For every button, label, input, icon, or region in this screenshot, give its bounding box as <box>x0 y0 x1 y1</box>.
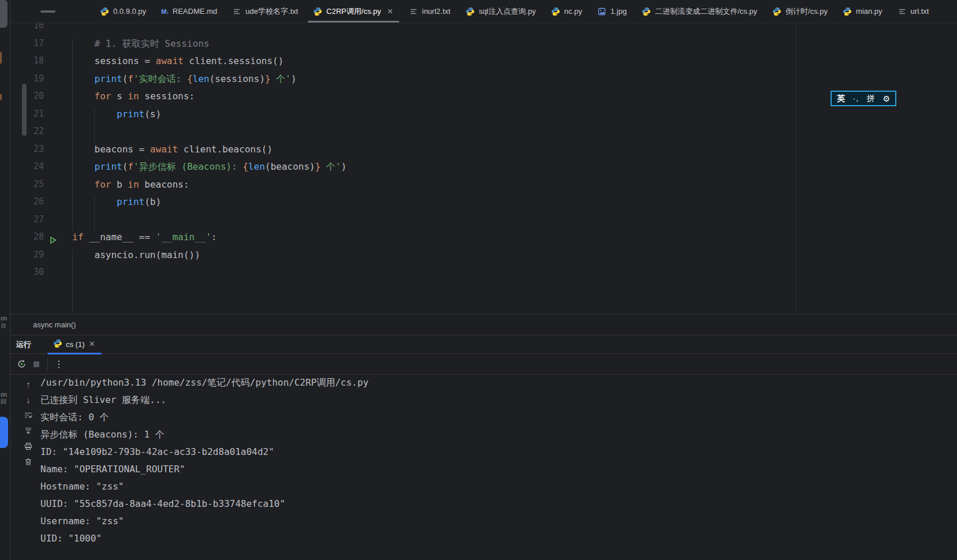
text-icon <box>898 7 907 16</box>
scroll-to-end-button[interactable] <box>22 425 35 436</box>
line-number: 30 <box>10 267 44 285</box>
print-button[interactable] <box>22 441 35 451</box>
editor-line-21[interactable]: 21 print(s) <box>10 109 957 126</box>
line-number: 18 <box>10 55 44 73</box>
toolbar-divider <box>47 359 48 370</box>
editor-tab-7[interactable]: 1.jpg <box>590 0 634 23</box>
breadcrumb-bar: async main() <box>10 314 957 335</box>
python-icon <box>466 7 475 16</box>
stop-button[interactable] <box>29 357 44 372</box>
code-text: print(b) <box>72 196 161 214</box>
editor-line-23[interactable]: 23 beacons = await client.beacons() <box>10 144 957 162</box>
editor-line-30[interactable]: 30 <box>10 267 957 285</box>
editor-tab-10[interactable]: mian.py <box>835 0 890 23</box>
line-number: 16 <box>10 23 44 38</box>
more-options-button[interactable]: ⋮ <box>51 357 66 372</box>
ime-punctuation-toggle[interactable]: ·, <box>853 94 859 103</box>
editor-line-18[interactable]: 18 sessions = await client.sessions() <box>10 55 957 73</box>
stripe-scroll-thumb[interactable] <box>0 0 8 28</box>
line-number: 22 <box>10 126 44 144</box>
editor-line-24[interactable]: 24 print(f'异步信标 (Beacons): {len(beacons)… <box>10 161 957 179</box>
editor-tab-0[interactable]: 0.0.9.0.py <box>92 0 154 23</box>
close-icon[interactable] <box>386 8 394 15</box>
editor-tab-2[interactable]: ude学校名字.txt <box>225 0 306 23</box>
tool-window-button-console[interactable]: on 台 <box>1 315 10 329</box>
editor-tab-bar: 0.0.9.0.pyM↓README.mdude学校名字.txtC2RP调用/c… <box>10 0 957 23</box>
rerun-button[interactable] <box>14 357 29 372</box>
editor-line-28[interactable]: 28if __name__ == '__main__': <box>10 232 957 249</box>
code-text: beacons = await client.beacons() <box>72 144 273 162</box>
editor-tab-9[interactable]: 倒计时/cs.py <box>765 0 835 23</box>
line-number: 24 <box>10 161 44 179</box>
editor-line-20[interactable]: 20 for s in sessions: <box>10 91 957 109</box>
code-text: asyncio.run(main()) <box>72 249 200 267</box>
editor-line-26[interactable]: 26 print(b) <box>10 196 957 214</box>
stripe-mark <box>0 94 2 100</box>
code-text: print(f'实时会话: {len(sessions)} 个') <box>72 73 296 91</box>
console-line-2: 实时会话: 0 个 <box>40 412 957 429</box>
text-icon <box>409 7 418 16</box>
gear-icon[interactable]: ⚙ <box>882 94 890 103</box>
up-stack-trace-button[interactable]: ↑ <box>22 379 35 389</box>
line-number: 26 <box>10 196 44 214</box>
code-editor[interactable]: 1617 # 1. 获取实时 Sessions18 sessions = awa… <box>10 23 957 314</box>
python-icon <box>551 7 560 16</box>
editor-line-16[interactable]: 16 <box>10 23 957 38</box>
down-stack-trace-button[interactable]: ↓ <box>22 394 35 405</box>
editor-tab-8[interactable]: 二进制流变成二进制文件/cs.py <box>634 0 765 23</box>
tab-label: 0.0.9.0.py <box>113 7 146 16</box>
pycharm-window: on 台 on 回 0.0.9.0.pyM↓README.mdude学校名字.t… <box>0 0 957 560</box>
tab-label: 倒计时/cs.py <box>785 6 828 17</box>
tab-label: url.txt <box>911 7 929 16</box>
tab-label: nc.py <box>564 7 582 16</box>
console-line-0: /usr/bin/python3.13 /home/zss/笔记/代码/pyth… <box>40 377 957 394</box>
close-icon[interactable] <box>88 340 96 349</box>
ime-pinyin-mode[interactable]: 拼 <box>867 94 875 104</box>
image-icon <box>597 7 606 16</box>
python-icon <box>772 7 781 16</box>
code-text: sessions = await client.sessions() <box>72 55 284 73</box>
run-console: ↑ ↓ /usr/bin/python3.13 /home/zss <box>10 375 957 560</box>
tab-label: C2RP调用/cs.py <box>326 6 381 17</box>
console-line-4: ID: "14e109b2-793b-42ac-ac33-b2d8a01a04d… <box>40 446 957 464</box>
console-line-6: Hostname: "zss" <box>40 481 957 498</box>
editor-line-25[interactable]: 25 for b in beacons: <box>10 179 957 197</box>
editor-tab-6[interactable]: nc.py <box>543 0 590 23</box>
ime-english-mode[interactable]: 英 <box>837 94 845 104</box>
editor-tab-3[interactable]: C2RP调用/cs.py <box>306 0 401 23</box>
stripe-handle-icon[interactable] <box>40 10 55 13</box>
python-icon <box>642 7 651 16</box>
line-number: 17 <box>10 38 44 56</box>
editor-tab-5[interactable]: sql注入点查询.py <box>458 0 543 23</box>
python-icon <box>313 7 322 16</box>
editor-line-29[interactable]: 29 asyncio.run(main()) <box>10 249 957 267</box>
main-area: 0.0.9.0.pyM↓README.mdude学校名字.txtC2RP调用/c… <box>10 0 957 560</box>
tab-label: sql注入点查询.py <box>479 6 536 17</box>
editor-line-19[interactable]: 19 print(f'实时会话: {len(sessions)} 个') <box>10 73 957 91</box>
soft-wrap-button[interactable] <box>22 410 35 420</box>
ime-indicator[interactable]: 英 ·, 拼 ⚙ <box>831 91 896 106</box>
console-line-8: Username: "zss" <box>40 516 957 533</box>
editor-tab-1[interactable]: M↓README.md <box>154 0 225 23</box>
code-text: print(f'异步信标 (Beacons): {len(beacons)} 个… <box>72 161 347 179</box>
tool-window-button-packages[interactable]: on 回 <box>1 391 10 405</box>
run-tab-label: cs (1) <box>66 340 85 349</box>
editor-line-17[interactable]: 17 # 1. 获取实时 Sessions <box>10 38 957 56</box>
breadcrumb-item[interactable]: async main() <box>33 320 76 329</box>
run-tool-window: 运行 cs (1) ⋮ <box>10 335 957 560</box>
stripe-mark <box>0 52 2 64</box>
editor-tab-11[interactable]: url.txt <box>890 0 937 23</box>
tab-label: inurl2.txt <box>422 7 450 16</box>
line-number: 19 <box>10 73 44 91</box>
run-tab-cs[interactable]: cs (1) <box>47 335 102 354</box>
run-gutter-icon[interactable] <box>49 236 58 245</box>
run-panel-title: 运行 <box>16 339 31 350</box>
code-text: # 1. 获取实时 Sessions <box>72 38 209 56</box>
console-line-7: UUID: "55c857da-8aa4-4ed2-8b1b-b33748efc… <box>40 498 957 516</box>
editor-line-27[interactable]: 27 <box>10 214 957 232</box>
clear-console-button[interactable] <box>22 457 35 467</box>
editor-tab-4[interactable]: inurl2.txt <box>401 0 458 23</box>
tool-window-button-active[interactable] <box>0 417 8 448</box>
editor-line-22[interactable]: 22 <box>10 126 957 144</box>
tab-label: mian.py <box>856 7 882 16</box>
